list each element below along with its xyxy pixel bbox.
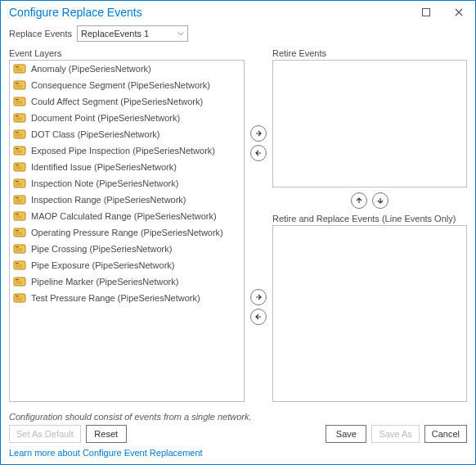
svg-rect-44 [16, 234, 22, 235]
svg-rect-7 [16, 85, 22, 86]
transfer-buttons-column [246, 48, 271, 402]
arrow-right-icon [254, 293, 263, 301]
list-item[interactable]: Pipe Crossing (PipeSeriesNetwork) [10, 241, 244, 257]
svg-rect-14 [16, 115, 19, 116]
svg-rect-27 [16, 167, 22, 168]
remove-from-replace-button[interactable] [250, 309, 267, 325]
configuration-hint: Configuration should consist of events f… [1, 407, 475, 425]
dialog-window: Configure Replace Events Replace Events … [0, 0, 476, 465]
list-item[interactable]: DOT Class (PipeSeriesNetwork) [10, 126, 244, 142]
cancel-button[interactable]: Cancel [424, 425, 467, 443]
svg-rect-18 [16, 132, 19, 133]
retire-events-header: Retire Events [272, 48, 467, 58]
svg-rect-42 [16, 230, 19, 231]
replace-events-dropdown[interactable]: ReplaceEvents 1 [77, 25, 188, 42]
svg-rect-38 [16, 214, 19, 214]
list-item-label: Pipe Crossing (PipeSeriesNetwork) [31, 242, 172, 255]
replace-events-label: Replace Events [9, 29, 72, 38]
set-as-default-button[interactable]: Set As Default [9, 425, 81, 443]
maximize-button[interactable] [410, 1, 442, 24]
list-item[interactable]: Inspection Note (PipeSeriesNetwork) [10, 175, 244, 192]
replace-section: Retire and Replace Events (Line Events O… [272, 214, 467, 402]
list-item-label: Could Affect Segment (PipeSeriesNetwork) [31, 95, 203, 108]
svg-rect-39 [16, 216, 22, 217]
move-down-button[interactable] [372, 192, 388, 209]
svg-rect-35 [16, 200, 22, 201]
list-item-label: Identified Issue (PipeSeriesNetwork) [31, 160, 177, 174]
list-item[interactable]: Operating Pressure Range (PipeSeriesNetw… [10, 224, 244, 241]
event-layers-column: Event Layers Anomaly (PipeSeriesNetwork)… [9, 48, 245, 402]
replace-events-row: Replace Events ReplaceEvents 1 [1, 24, 475, 48]
list-item[interactable]: Anomaly (PipeSeriesNetwork) [10, 61, 244, 77]
list-item-label: DOT Class (PipeSeriesNetwork) [31, 128, 160, 141]
list-item[interactable]: Could Affect Segment (PipeSeriesNetwork) [10, 93, 244, 110]
list-item[interactable]: Inspection Range (PipeSeriesNetwork) [10, 192, 244, 208]
svg-rect-22 [16, 148, 19, 149]
layer-icon [13, 226, 26, 239]
svg-rect-60 [16, 300, 22, 300]
move-up-button[interactable] [351, 192, 367, 209]
list-item[interactable]: Exposed Pipe Inspection (PipeSeriesNetwo… [10, 142, 244, 159]
svg-rect-55 [16, 282, 22, 282]
list-item-label: Anomaly (PipeSeriesNetwork) [31, 62, 151, 75]
list-item[interactable]: Identified Issue (PipeSeriesNetwork) [10, 159, 244, 175]
svg-rect-4 [16, 70, 22, 71]
retire-section: Retire Events [272, 48, 467, 187]
svg-rect-15 [16, 118, 22, 119]
svg-rect-34 [16, 197, 19, 198]
save-button[interactable]: Save [326, 425, 366, 443]
svg-rect-56 [16, 283, 22, 284]
chevron-down-icon [177, 30, 184, 37]
list-item-label: Operating Pressure Range (PipeSeriesNetw… [31, 226, 223, 239]
layer-icon [13, 242, 26, 255]
dropdown-selected-text: ReplaceEvents 1 [81, 29, 177, 38]
svg-rect-6 [16, 83, 19, 84]
layer-icon [13, 62, 26, 75]
save-as-button[interactable]: Save As [371, 425, 419, 443]
svg-rect-28 [16, 169, 22, 169]
footer: Set As Default Reset Save Save As Cancel [1, 425, 475, 446]
learn-more-link[interactable]: Learn more about Configure Event Replace… [1, 446, 475, 464]
list-item[interactable]: Consequence Segment (PipeSeriesNetwork) [10, 77, 244, 93]
event-layers-header: Event Layers [9, 48, 245, 58]
reset-button[interactable]: Reset [86, 425, 127, 443]
list-item[interactable]: Test Pressure Range (PipeSeriesNetwork) [10, 290, 244, 306]
arrow-right-icon [254, 129, 263, 138]
list-item[interactable]: MAOP Calculated Range (PipeSeriesNetwork… [10, 208, 244, 224]
close-button[interactable] [442, 1, 475, 24]
svg-rect-2 [16, 66, 19, 67]
window-title: Configure Replace Events [9, 6, 410, 19]
add-to-retire-button[interactable] [250, 125, 267, 142]
list-item-label: Inspection Note (PipeSeriesNetwork) [31, 177, 178, 190]
svg-rect-19 [16, 134, 22, 135]
replace-events-listbox[interactable] [272, 225, 467, 402]
event-layers-listbox[interactable]: Anomaly (PipeSeriesNetwork)Consequence S… [9, 60, 245, 402]
layer-icon [13, 291, 26, 305]
layer-icon [13, 275, 26, 288]
add-to-replace-button[interactable] [250, 289, 267, 305]
retire-events-listbox[interactable] [272, 60, 467, 187]
svg-rect-54 [16, 279, 19, 280]
reorder-buttons-row [272, 187, 467, 214]
titlebar: Configure Replace Events [1, 1, 475, 24]
svg-rect-40 [16, 218, 22, 219]
list-item-label: Pipeline Marker (PipeSeriesNetwork) [31, 275, 178, 288]
list-item-label: Test Pressure Range (PipeSeriesNetwork) [31, 291, 200, 305]
svg-rect-43 [16, 232, 22, 233]
list-item[interactable]: Pipe Exposure (PipeSeriesNetwork) [10, 257, 244, 273]
remove-from-retire-button[interactable] [250, 145, 267, 161]
svg-rect-58 [16, 296, 19, 296]
maximize-icon [422, 8, 430, 16]
arrow-up-icon [355, 196, 363, 205]
svg-rect-48 [16, 251, 22, 251]
svg-rect-24 [16, 152, 22, 153]
layer-icon [13, 259, 26, 272]
list-item[interactable]: Pipeline Marker (PipeSeriesNetwork) [10, 273, 244, 290]
list-item-label: Pipe Exposure (PipeSeriesNetwork) [31, 259, 174, 272]
svg-rect-3 [16, 69, 22, 70]
list-item[interactable]: Document Point (PipeSeriesNetwork) [10, 110, 244, 126]
layer-icon [13, 160, 26, 174]
replace-events-header: Retire and Replace Events (Line Events O… [272, 214, 467, 223]
svg-rect-32 [16, 185, 22, 186]
list-item-label: Inspection Range (PipeSeriesNetwork) [31, 193, 186, 206]
